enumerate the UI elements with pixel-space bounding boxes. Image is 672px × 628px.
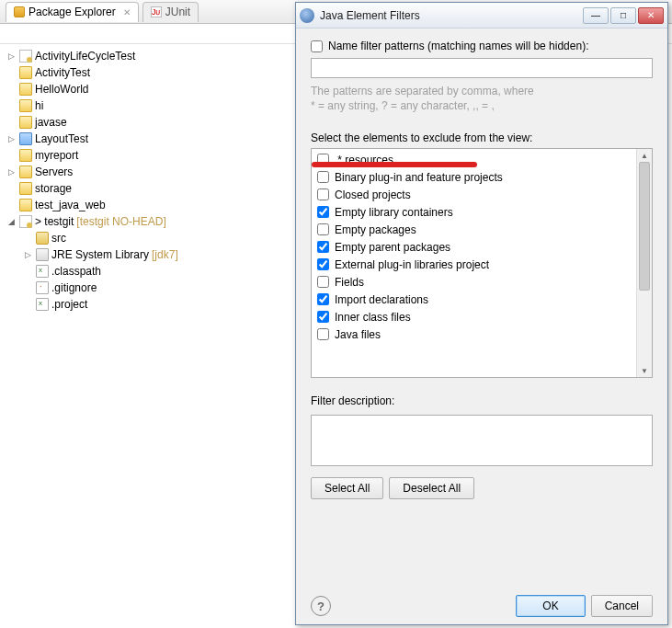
tree-item-decoration: [testgit NO-HEAD] bbox=[76, 215, 165, 228]
filter-item[interactable]: Import declarations bbox=[313, 291, 652, 308]
folder-icon bbox=[19, 116, 32, 129]
filter-checkbox[interactable] bbox=[317, 223, 329, 235]
tree-item-label: JRE System Library bbox=[51, 248, 149, 261]
filter-checkbox[interactable] bbox=[317, 171, 329, 183]
filter-checkbox[interactable] bbox=[317, 241, 329, 253]
filter-item[interactable]: Binary plug-in and feature projects bbox=[313, 168, 652, 186]
minimize-button[interactable]: — bbox=[583, 7, 609, 24]
package-explorer-icon bbox=[14, 6, 25, 17]
maximize-button[interactable]: □ bbox=[610, 7, 636, 24]
tree-item-label: HelloWorld bbox=[35, 83, 88, 96]
filter-item-label: Empty library containers bbox=[335, 206, 453, 219]
layout-icon bbox=[19, 132, 32, 145]
pkg-icon bbox=[36, 232, 49, 245]
name-filter-checkbox-row[interactable]: Name filter patterns (matching names wil… bbox=[311, 40, 653, 52]
hint-line: * = any string, ? = any character, ,, = … bbox=[311, 98, 653, 113]
expand-icon[interactable]: ▷ bbox=[6, 51, 17, 61]
close-button[interactable]: ✕ bbox=[638, 7, 664, 24]
java-element-filters-dialog: Java Element Filters — □ ✕ Name filter p… bbox=[295, 2, 668, 625]
select-buttons-row: Select All Deselect All bbox=[311, 477, 653, 499]
dialog-titlebar[interactable]: Java Element Filters — □ ✕ bbox=[296, 3, 667, 29]
tree-item-label: storage bbox=[35, 182, 72, 195]
deselect-all-button[interactable]: Deselect All bbox=[389, 477, 474, 499]
expand-icon[interactable]: ▷ bbox=[6, 167, 17, 177]
eclipse-icon bbox=[300, 8, 314, 23]
select-all-button[interactable]: Select All bbox=[311, 477, 383, 499]
scroll-down-icon[interactable]: ▼ bbox=[637, 364, 652, 377]
hint-line: The patterns are separated by comma, whe… bbox=[311, 84, 653, 98]
scroll-up-icon[interactable]: ▲ bbox=[637, 149, 652, 162]
filter-item[interactable]: Java files bbox=[313, 325, 652, 343]
cancel-button[interactable]: Cancel bbox=[591, 595, 653, 617]
file-g-icon bbox=[36, 281, 49, 294]
ok-button[interactable]: OK bbox=[516, 595, 585, 617]
tree-item-label: > testgit bbox=[35, 215, 74, 228]
filter-item[interactable]: .* resources bbox=[313, 151, 652, 168]
proj-icon bbox=[19, 50, 32, 63]
folder-icon bbox=[19, 149, 32, 162]
tree-item-label: Servers bbox=[35, 166, 73, 178]
proj-icon bbox=[19, 215, 32, 228]
filter-list: .* resourcesBinary plug-in and feature p… bbox=[311, 148, 653, 378]
filter-description-label: Filter description: bbox=[311, 394, 653, 407]
filter-item-label: Java files bbox=[335, 328, 381, 341]
filter-checkbox[interactable] bbox=[317, 206, 329, 218]
filter-item-label: External plug-in libraries project bbox=[335, 258, 489, 271]
filter-item-label: Fields bbox=[335, 276, 364, 289]
close-icon[interactable]: ✕ bbox=[123, 7, 131, 17]
filter-checkbox[interactable] bbox=[317, 293, 329, 305]
window-buttons: — □ ✕ bbox=[583, 7, 664, 24]
expand-icon[interactable]: ▷ bbox=[6, 134, 17, 143]
pattern-hint: The patterns are separated by comma, whe… bbox=[311, 84, 653, 113]
filter-checkbox[interactable] bbox=[317, 154, 329, 166]
tab-package-explorer[interactable]: Package Explorer ✕ bbox=[6, 2, 139, 22]
expand-icon[interactable]: ◢ bbox=[6, 217, 17, 226]
folder-icon bbox=[19, 182, 32, 195]
file-x-icon bbox=[36, 265, 49, 278]
folder-icon bbox=[19, 166, 32, 178]
filter-item-label: Empty packages bbox=[335, 223, 416, 236]
filter-item[interactable]: Empty packages bbox=[313, 221, 652, 238]
name-filter-checkbox[interactable] bbox=[311, 40, 323, 52]
filter-checkbox[interactable] bbox=[317, 311, 329, 323]
tree-item-label: LayoutTest bbox=[35, 132, 88, 145]
tree-item-label: hi bbox=[35, 99, 43, 112]
tree-item-label: .project bbox=[51, 298, 87, 311]
tree-item-label: myreport bbox=[35, 149, 78, 162]
filter-checkbox[interactable] bbox=[317, 188, 329, 200]
folder-icon bbox=[19, 199, 32, 211]
lib-icon bbox=[36, 248, 49, 261]
tree-item-label: test_java_web bbox=[35, 199, 106, 211]
filter-item-label: Binary plug-in and feature projects bbox=[335, 171, 503, 184]
scrollbar-vertical[interactable]: ▲ ▼ bbox=[636, 149, 652, 377]
name-filter-label: Name filter patterns (matching names wil… bbox=[328, 40, 588, 52]
folder-icon bbox=[19, 83, 32, 96]
filter-checkbox[interactable] bbox=[317, 328, 329, 340]
dialog-footer: ? OK Cancel bbox=[311, 586, 653, 617]
tab-junit[interactable]: Jᴜ JUnit bbox=[142, 2, 199, 22]
filter-checkbox[interactable] bbox=[317, 258, 329, 270]
name-filter-input[interactable] bbox=[311, 58, 653, 78]
expand-icon[interactable]: ▷ bbox=[22, 250, 33, 259]
filter-item[interactable]: Empty library containers bbox=[313, 203, 652, 221]
folder-icon bbox=[19, 99, 32, 112]
tree-item-label: .gitignore bbox=[51, 281, 97, 294]
filter-item[interactable]: Empty parent packages bbox=[313, 238, 652, 256]
filter-item[interactable]: Inner class files bbox=[313, 308, 652, 325]
help-icon[interactable]: ? bbox=[311, 596, 331, 616]
dialog-body: Name filter patterns (matching names wil… bbox=[296, 29, 667, 624]
tree-item-label: src bbox=[51, 232, 66, 245]
tree-item-label: ActivityTest bbox=[35, 66, 90, 79]
tree-item-decoration: [jdk7] bbox=[152, 248, 178, 261]
filter-item[interactable]: Closed projects bbox=[313, 186, 652, 203]
filter-checkbox[interactable] bbox=[317, 276, 329, 288]
filter-item[interactable]: External plug-in libraries project bbox=[313, 256, 652, 273]
tab-label: Package Explorer bbox=[28, 6, 116, 18]
filter-item-label: Inner class files bbox=[335, 311, 411, 324]
filter-list-inner[interactable]: .* resourcesBinary plug-in and feature p… bbox=[313, 151, 652, 375]
file-x-icon bbox=[36, 298, 49, 311]
scroll-thumb[interactable] bbox=[639, 162, 650, 291]
tree-item-label: .classpath bbox=[51, 265, 101, 278]
filter-item[interactable]: Fields bbox=[313, 273, 652, 291]
filter-description-box bbox=[311, 415, 653, 466]
